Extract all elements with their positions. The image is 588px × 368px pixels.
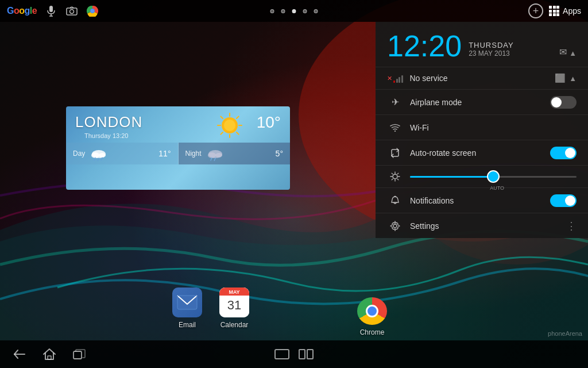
chrome-shortcut-icon[interactable]: [86, 5, 99, 17]
qs-no-service-row: ✕ No service ⬜ ▲: [376, 67, 588, 89]
apps-grid-icon: [549, 6, 559, 16]
airplane-icon: ✈: [387, 97, 403, 108]
signal-bar-2: [396, 79, 398, 83]
svg-rect-2: [49, 6, 53, 12]
email-app-icon[interactable]: Email: [172, 288, 202, 329]
svg-point-33: [393, 174, 397, 179]
page-dot-1[interactable]: [270, 9, 274, 13]
split-view-right: [307, 349, 314, 359]
page-dot-5[interactable]: [314, 9, 318, 13]
top-bar: Google: [0, 0, 588, 22]
weather-city: LONDON: [75, 113, 142, 131]
chrome-app-icon[interactable]: Chrome: [356, 297, 388, 336]
qs-settings-row[interactable]: Settings ⋮: [376, 213, 588, 238]
calendar-icon-image: MAY 31: [219, 288, 249, 317]
wifi-label: Wi-Fi: [410, 123, 577, 132]
microphone-icon[interactable]: [45, 5, 57, 17]
screenshot-button[interactable]: [274, 349, 289, 359]
svg-point-6: [70, 10, 74, 14]
svg-point-9: [91, 9, 94, 13]
google-logo[interactable]: Google: [7, 6, 37, 16]
qs-brightness-row: AUTO: [376, 165, 588, 187]
qs-header: 12:20 THURSDAY 23 MAY 2013 ✉ ▲: [376, 22, 588, 67]
weather-main: LONDON Thursday 13:20 10°: [66, 106, 290, 140]
settings-label: Settings: [410, 221, 566, 231]
svg-point-11: [224, 120, 235, 131]
page-dot-4[interactable]: [303, 9, 307, 13]
notifications-icon: [387, 195, 403, 206]
notifications-label: Notifications: [410, 196, 550, 205]
qs-day: THURSDAY: [469, 41, 514, 49]
svg-line-18: [237, 116, 239, 118]
svg-line-30: [214, 158, 215, 161]
weather-day-icon: [90, 146, 110, 161]
recent-apps-button[interactable]: [71, 346, 87, 362]
no-signal-x: ✕: [387, 75, 392, 82]
bottom-bar: [0, 340, 588, 368]
chrome-label: Chrome: [360, 328, 385, 336]
camera-icon[interactable]: [65, 5, 78, 17]
signal-settings-icon: ▲: [569, 74, 577, 83]
settings-icon: [387, 221, 403, 231]
svg-point-31: [394, 130, 396, 131]
home-button[interactable]: [41, 346, 57, 362]
screen-orientation-icon: ⬜: [555, 73, 566, 83]
qs-date-info: THURSDAY 23 MAY 2013: [469, 41, 514, 61]
weather-day: Day 11°: [66, 143, 179, 164]
svg-rect-51: [74, 351, 82, 359]
page-dot-2[interactable]: [281, 9, 285, 13]
autorotate-toggle[interactable]: [550, 147, 577, 159]
warning-icon: ▲: [569, 49, 577, 57]
signal-bars-icon: [393, 74, 403, 83]
split-view-left: [299, 349, 305, 359]
desktop-icons: Email MAY 31 Calendar: [172, 288, 249, 329]
email-icon-image: [172, 288, 202, 317]
svg-line-41: [392, 179, 393, 180]
svg-line-39: [397, 179, 399, 180]
signal-bar-1: [393, 80, 395, 83]
quick-settings-panel: 12:20 THURSDAY 23 MAY 2013 ✉ ▲ ✕ No serv…: [376, 22, 588, 238]
brightness-fill: [410, 176, 493, 178]
svg-line-38: [392, 173, 393, 174]
apps-button[interactable]: Apps: [549, 6, 581, 16]
svg-text:31: 31: [227, 298, 241, 312]
chrome-inner-circle: [366, 305, 378, 317]
airplane-mode-toggle[interactable]: [550, 96, 577, 109]
weather-day-temp: 11°: [158, 149, 171, 158]
top-bar-right: + Apps: [528, 3, 581, 18]
no-service-label: No service: [410, 74, 555, 83]
page-dot-3[interactable]: [292, 9, 296, 13]
brightness-thumb[interactable]: [487, 170, 500, 183]
svg-point-28: [215, 153, 222, 158]
weather-temp-main: 10°: [257, 113, 281, 132]
phonearena-watermark: phoneArena: [548, 330, 582, 337]
svg-line-25: [101, 158, 102, 160]
wifi-icon: [387, 124, 403, 132]
weather-night-temp: 5°: [276, 149, 283, 158]
calendar-app-icon[interactable]: MAY 31 Calendar: [219, 288, 249, 329]
apps-label: Apps: [563, 6, 581, 16]
back-button[interactable]: [11, 346, 28, 362]
page-dots: [270, 9, 318, 13]
email-label: Email: [179, 321, 196, 329]
sun-weather-icon: [215, 111, 244, 140]
qs-icons-row: ✉ ▲: [559, 47, 577, 61]
autorotate-label: Auto-rotate screen: [410, 148, 550, 158]
split-view-button[interactable]: [299, 349, 314, 359]
qs-airplane-row: ✈ Airplane mode: [376, 89, 588, 114]
notification-icon: ✉: [559, 47, 567, 57]
svg-line-24: [98, 158, 99, 161]
calendar-label: Calendar: [220, 321, 249, 329]
weather-night: Night 5°: [179, 143, 291, 164]
bottom-center-controls: [274, 349, 314, 359]
qs-time: 12:20: [387, 31, 462, 61]
weather-datetime: Thursday 13:20: [75, 131, 142, 140]
bottom-nav: [11, 346, 87, 362]
add-widget-button[interactable]: +: [528, 3, 543, 18]
brightness-slider[interactable]: AUTO: [410, 170, 577, 183]
top-bar-left: Google: [7, 5, 99, 17]
svg-line-16: [220, 116, 223, 118]
notifications-toggle[interactable]: [550, 194, 577, 207]
weather-day-label: Day: [73, 150, 85, 158]
brightness-auto-label: AUTO: [490, 185, 504, 191]
